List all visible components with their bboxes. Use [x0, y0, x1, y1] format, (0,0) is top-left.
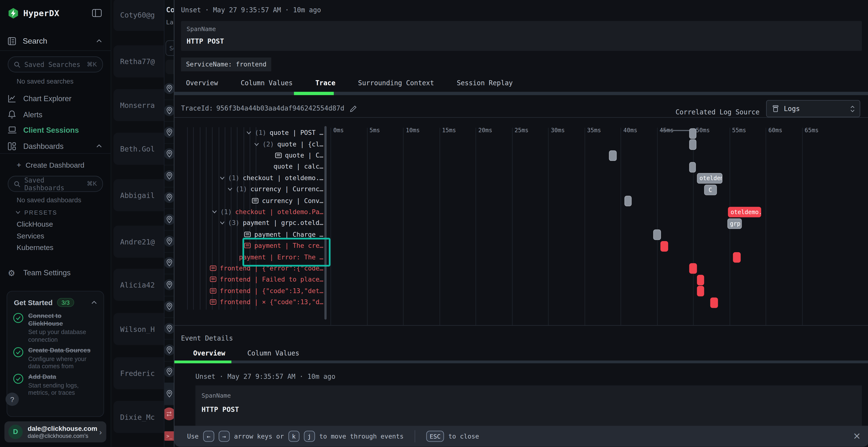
help-button[interactable]: ? — [5, 392, 19, 406]
event-pin-row[interactable] — [164, 252, 174, 274]
event-pin-row[interactable] — [164, 230, 174, 253]
preset-link-services[interactable]: Services — [17, 232, 44, 240]
event-pin-row[interactable] — [164, 361, 174, 383]
location-pin-icon — [164, 83, 175, 94]
chevron-up-icon[interactable] — [91, 301, 97, 304]
chevron-down-icon[interactable] — [254, 142, 259, 146]
saved-searches-input[interactable]: Saved Searches ⌘K — [8, 56, 103, 72]
close-icon[interactable]: × — [853, 430, 861, 441]
trace-tree-row[interactable]: quote | calc… — [174, 161, 323, 172]
preset-link-clickhouse[interactable]: ClickHouse — [17, 220, 53, 228]
sidebar-item-alerts[interactable]: Alerts — [0, 107, 111, 122]
trace-span-bar[interactable]: oteldemo. — [728, 207, 761, 217]
event-pin-row[interactable] — [164, 339, 174, 362]
trace-span-bar[interactable] — [697, 286, 705, 297]
trace-span-bar[interactable]: C — [704, 184, 717, 195]
tab-overview[interactable]: Overview — [186, 79, 218, 87]
trace-span-bar[interactable] — [733, 252, 741, 263]
event-pin-row[interactable] — [164, 274, 174, 296]
trace-span-bar[interactable]: oteldem — [697, 173, 723, 184]
chevron-up-icon[interactable] — [96, 144, 102, 148]
exchange-error-icon[interactable] — [164, 408, 175, 420]
chevron-down-icon[interactable] — [227, 187, 232, 191]
trace-span-bar[interactable] — [653, 230, 661, 240]
get-started-item[interactable]: Connect to ClickHouseSet up your databas… — [13, 312, 97, 343]
span-name-card: SpanName HTTP POST — [195, 385, 862, 426]
trace-span-bar[interactable] — [660, 241, 668, 251]
event-details-tab-overview[interactable]: Overview — [193, 349, 225, 357]
timeline-gridline — [548, 128, 549, 325]
tab-column-values[interactable]: Column Values — [241, 79, 293, 87]
tab-trace[interactable]: Trace — [315, 79, 335, 87]
presets-toggle[interactable]: PRESETS — [16, 209, 57, 216]
trace-span-bar[interactable]: grp — [727, 218, 742, 229]
sidebar-item-chart-explorer[interactable]: Chart Explorer — [0, 91, 111, 106]
trace-span-bar[interactable] — [711, 297, 718, 308]
brand[interactable]: HyperDX — [8, 8, 59, 19]
event-pin-row[interactable] — [164, 165, 174, 187]
esc-key: ESC — [426, 431, 444, 442]
log-source-select[interactable]: Logs — [766, 100, 860, 117]
event-pin-row[interactable] — [164, 296, 174, 318]
trace-span-bar[interactable] — [689, 264, 697, 274]
create-dashboard-button[interactable]: + Create Dashboard — [17, 161, 84, 169]
collapse-sidebar-icon[interactable] — [92, 9, 102, 17]
trace-tree-row[interactable]: (1)checkout | oteldemo.Pa… — [174, 206, 323, 217]
trace-tree-row[interactable]: frontend | {"code":13,"det… — [174, 285, 323, 297]
user-menu[interactable]: D dale@clickhouse.com dale@clickhouse.co… — [4, 421, 106, 442]
child-count: (1) — [228, 174, 240, 182]
chevron-down-icon[interactable] — [220, 221, 225, 225]
trace-tree-row[interactable]: quote | C… — [174, 150, 323, 161]
sidebar: HyperDX Search Saved Searches ⌘K No save… — [0, 0, 111, 447]
get-started-item[interactable]: Create Data SourcesConfigure where your … — [13, 347, 97, 370]
sidebar-section-search[interactable]: Search — [0, 33, 111, 49]
tab-surrounding-context[interactable]: Surrounding Context — [358, 79, 434, 87]
service-name-chip[interactable]: ServiceName: frontend — [181, 58, 272, 71]
session-name: Retha77@ — [120, 57, 155, 66]
trace-span-bar[interactable] — [689, 139, 696, 150]
event-pin-row[interactable] — [164, 383, 174, 405]
trace-tree-row[interactable]: (1)currency | Currenc… — [174, 183, 323, 195]
event-pin-row[interactable] — [164, 122, 174, 144]
edit-pencil-icon[interactable] — [350, 105, 357, 112]
trace-tree-row[interactable]: (1)quote | POST … — [174, 127, 323, 138]
sidebar-item-dashboards[interactable]: Dashboards — [0, 139, 111, 153]
trace-tree-row[interactable]: currency | Conv… — [174, 195, 323, 206]
trace-tree-row[interactable]: frontend | Failed to place… — [174, 274, 323, 285]
preset-link-kubernetes[interactable]: Kubernetes — [17, 243, 54, 251]
chevron-up-icon[interactable] — [96, 39, 102, 43]
get-started-title: Get Started — [14, 299, 53, 307]
tree-scrollbar[interactable] — [324, 126, 327, 319]
trace-tree-row[interactable]: (2)quote | {cl… — [174, 138, 323, 150]
session-name: Coty60@g — [120, 11, 155, 19]
trace-span-bar[interactable] — [609, 150, 617, 161]
tab-session-replay[interactable]: Session Replay — [457, 79, 513, 87]
events-search-input[interactable]: Sea — [165, 40, 174, 56]
sidebar-item-client-sessions[interactable]: Client Sessions — [0, 123, 111, 137]
trace-span-bar[interactable] — [689, 128, 696, 139]
chevron-down-icon[interactable] — [212, 210, 217, 213]
event-pin-row[interactable] — [164, 78, 174, 100]
log-doc-icon — [210, 299, 217, 305]
event-pin-row[interactable] — [164, 187, 174, 209]
trace-span-bar[interactable] — [624, 196, 632, 206]
filter-button[interactable] — [165, 60, 174, 74]
terminal-error-icon[interactable]: >_ — [164, 431, 175, 441]
session-name: Alicia42 — [120, 281, 155, 289]
trace-tree-row[interactable]: frontend | × {"code":13,"d… — [174, 297, 323, 308]
get-started-item[interactable]: Add DataStart sending logs, metrics, or … — [13, 373, 97, 397]
event-pin-row[interactable] — [164, 209, 174, 231]
event-pin-row[interactable] — [164, 100, 174, 122]
session-detail-strip: Co Las Sea >_ — [164, 0, 175, 447]
saved-dashboards-input[interactable]: Saved Dashboards ⌘K — [8, 176, 103, 192]
trace-tree-row[interactable]: (3)payment | grpc.oteld… — [174, 217, 323, 229]
trace-span-bar[interactable] — [697, 275, 705, 285]
event-pin-row[interactable] — [164, 143, 174, 166]
trace-tree-row[interactable]: (1)checkout | oteldemo.… — [174, 172, 323, 183]
chevron-down-icon[interactable] — [220, 176, 225, 180]
trace-span-bar[interactable] — [689, 162, 695, 172]
sidebar-item-team-settings[interactable]: ⚙ Team Settings — [0, 265, 111, 280]
event-details-tab-column-values[interactable]: Column Values — [247, 349, 300, 357]
chevron-down-icon[interactable] — [246, 131, 251, 135]
event-pin-row[interactable] — [164, 317, 174, 340]
